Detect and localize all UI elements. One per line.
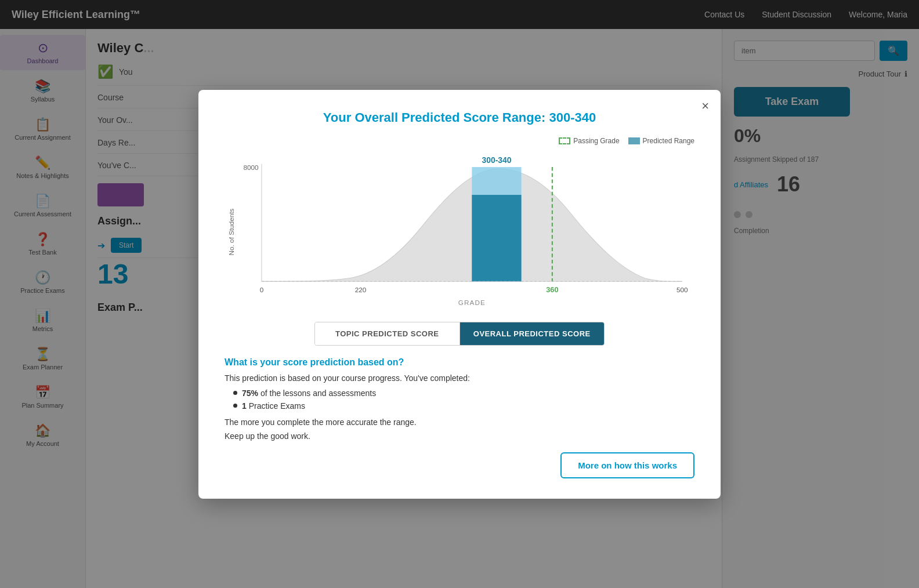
- modal-score-range: 300-340: [549, 110, 596, 125]
- score-chart: No. of Students 8000 300-340 0 220: [225, 151, 694, 313]
- extra-text-2: Keep up the good work.: [225, 431, 694, 441]
- svg-text:220: 220: [355, 286, 367, 293]
- chart-container: No. of Students 8000 300-340 0 220: [225, 151, 694, 313]
- modal-close-button[interactable]: ×: [701, 99, 709, 114]
- svg-text:500: 500: [676, 286, 688, 293]
- extra-text-1: The more you complete the more accurate …: [225, 418, 694, 427]
- bullet-text-2: 1 Practice Exams: [242, 401, 305, 411]
- legend-predicted: Predicted Range: [628, 137, 694, 145]
- bullet-dot-2: [233, 404, 237, 408]
- svg-text:8000: 8000: [244, 164, 259, 171]
- modal-title-text: Your Overall Predicted Score Range:: [323, 110, 549, 125]
- svg-text:300-340: 300-340: [482, 155, 512, 164]
- bullet-dot-1: [233, 391, 237, 395]
- tab-row: TOPIC PREDICTED SCORE OVERALL PREDICTED …: [314, 322, 605, 346]
- bullet-list: 75% of the lessons and assessments 1 Pra…: [225, 389, 694, 411]
- legend-predicted-label: Predicted Range: [643, 137, 694, 145]
- tab-topic-predicted-score[interactable]: TOPIC PREDICTED SCORE: [315, 322, 460, 345]
- prediction-title: What is your score prediction based on?: [225, 357, 694, 368]
- legend-passing: Passing Grade: [559, 137, 619, 145]
- modal-title: Your Overall Predicted Score Range: 300-…: [225, 110, 694, 125]
- bullet-item-2: 1 Practice Exams: [233, 401, 694, 411]
- chart-legend: Passing Grade Predicted Range: [225, 137, 694, 145]
- svg-text:No. of Students: No. of Students: [227, 208, 235, 255]
- tab-overall-predicted-score[interactable]: OVERALL PREDICTED SCORE: [460, 322, 605, 345]
- bullet-item-1: 75% of the lessons and assessments: [233, 389, 694, 398]
- score-modal: × Your Overall Predicted Score Range: 30…: [198, 90, 721, 499]
- legend-passing-icon: [559, 137, 570, 144]
- svg-rect-5: [472, 195, 521, 281]
- bullet-text-1: 75% of the lessons and assessments: [242, 389, 376, 398]
- prediction-body: This prediction is based on your course …: [225, 373, 694, 383]
- svg-text:0: 0: [260, 286, 264, 293]
- svg-text:GRADE: GRADE: [458, 298, 486, 306]
- modal-overlay: × Your Overall Predicted Score Range: 30…: [0, 0, 919, 588]
- more-on-how-this-works-button[interactable]: More on how this works: [560, 452, 694, 478]
- prediction-body-text: This prediction is based on your course …: [225, 373, 470, 383]
- legend-predicted-icon: [628, 137, 640, 144]
- svg-text:360: 360: [546, 285, 558, 294]
- legend-passing-label: Passing Grade: [573, 137, 619, 145]
